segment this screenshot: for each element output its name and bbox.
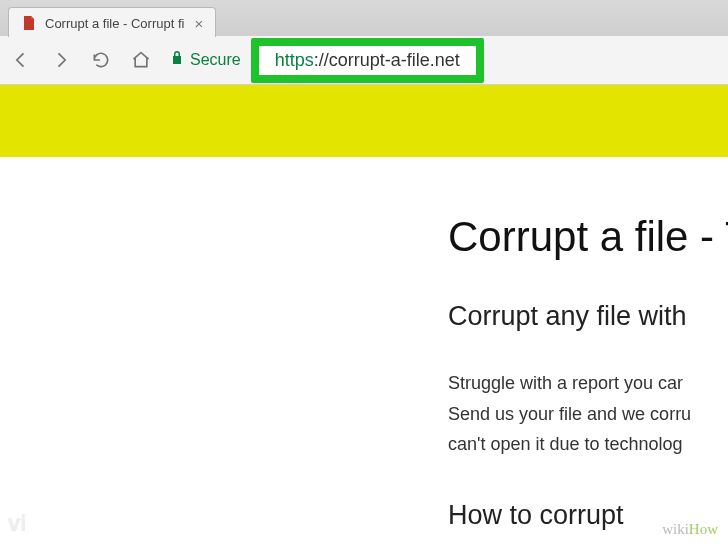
url-rest: ://corrupt-a-file.net (314, 50, 460, 70)
home-icon[interactable] (130, 49, 152, 71)
paragraph-line: can't open it due to technolog (448, 429, 728, 460)
page-subtitle: Corrupt any file with (448, 301, 728, 332)
close-icon[interactable]: × (192, 16, 205, 31)
wikihow-watermark: wikiHow (662, 521, 718, 538)
reload-icon[interactable] (90, 49, 112, 71)
lock-icon (170, 50, 184, 70)
secure-label-text: Secure (190, 51, 241, 69)
watermark-wiki: wiki (662, 521, 689, 537)
url-highlight: https://corrupt-a-file.net (251, 38, 484, 83)
paragraph-line: Send us your file and we corru (448, 399, 728, 430)
address-bar[interactable]: Secure https://corrupt-a-file.net (170, 43, 718, 77)
watermark-how: How (689, 521, 718, 537)
paragraph-line: Struggle with a report you car (448, 368, 728, 399)
document-icon (21, 15, 37, 31)
site-banner (0, 85, 728, 157)
page-title: Corrupt a file - T (448, 213, 728, 261)
back-icon[interactable] (10, 49, 32, 71)
page-viewport: Corrupt a file - T Corrupt any file with… (0, 85, 728, 544)
toolbar: Secure https://corrupt-a-file.net (0, 36, 728, 84)
forward-icon[interactable] (50, 49, 72, 71)
url-scheme: https (275, 50, 314, 70)
tab-bar: Corrupt a file - Corrupt fi × (0, 0, 728, 36)
browser-chrome: Corrupt a file - Corrupt fi × Secure htt… (0, 0, 728, 85)
branding-vi: vi (8, 510, 26, 536)
tab-title: Corrupt a file - Corrupt fi (45, 16, 184, 31)
browser-tab[interactable]: Corrupt a file - Corrupt fi × (8, 7, 216, 37)
page-content: Corrupt a file - T Corrupt any file with… (0, 157, 728, 531)
secure-indicator: Secure (170, 50, 241, 70)
